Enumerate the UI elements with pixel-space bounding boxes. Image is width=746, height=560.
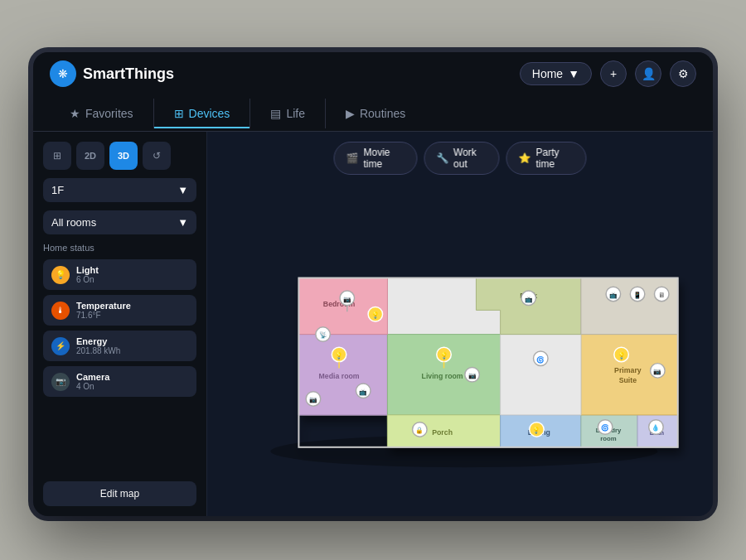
tv-frame: ❋ SmartThings Home ▼ + 👤 ⚙ ★ Favorites ⊞… <box>33 52 713 516</box>
3d-view-button[interactable]: 3D <box>109 142 138 170</box>
light-info: Light 6 On <box>76 265 188 284</box>
svg-marker-20 <box>501 335 581 415</box>
scene-workout-label: Work out <box>453 147 487 170</box>
tab-devices-label: Devices <box>189 107 230 120</box>
devices-icon: ⊞ <box>174 107 184 120</box>
svg-text:📷: 📷 <box>343 295 351 303</box>
svg-text:💡: 💡 <box>440 351 448 360</box>
scene-movie-label: Movie time <box>364 147 405 170</box>
2d-view-button[interactable]: 2D <box>76 142 104 170</box>
room-dropdown-icon: ▼ <box>177 216 188 229</box>
scenes-bar: 🎬 Movie time 🔧 Work out ⭐ Party time <box>334 142 587 175</box>
pin-bathroom-device[interactable]: 💧 <box>649 420 664 435</box>
scene-work-out[interactable]: 🔧 Work out <box>424 142 499 175</box>
pin-bedroom-sensor[interactable]: 📡 <box>316 327 331 342</box>
svg-text:🌀: 🌀 <box>536 355 545 364</box>
pin-suite-light[interactable]: 💡 <box>614 347 629 362</box>
energy-value: 201.88 kWh <box>76 346 188 355</box>
logo-icon: ❋ <box>50 60 76 87</box>
temp-icon: 🌡 <box>51 302 70 320</box>
pin-bedroom-light[interactable]: 💡 <box>368 307 383 322</box>
floor-selector[interactable]: 1F ▼ <box>43 178 196 202</box>
svg-text:Suite: Suite <box>619 376 637 384</box>
floor-plan-svg: Media room Living room Bedroom Porch <box>220 173 700 471</box>
tab-routines[interactable]: ▶ Routines <box>326 99 425 128</box>
pin-fan[interactable]: 🌀 <box>534 351 549 366</box>
svg-text:💡: 💡 <box>618 351 626 360</box>
svg-text:Porch: Porch <box>432 428 453 437</box>
sidebar: ⊞ 2D 3D ↺ 1F ▼ All rooms ▼ Hom <box>33 132 207 516</box>
pin-laundry-device[interactable]: 🌀 <box>598 420 613 435</box>
header-controls: Home ▼ + 👤 ⚙ <box>520 60 696 87</box>
light-name: Light <box>76 265 188 275</box>
tab-favorites[interactable]: ★ Favorites <box>50 99 154 128</box>
svg-text:💡: 💡 <box>335 351 343 360</box>
home-status: Home status 💡 Light 6 On 🌡 Temperature 7… <box>43 243 196 473</box>
main-content: ⊞ 2D 3D ↺ 1F ▼ All rooms ▼ Hom <box>33 132 713 516</box>
status-item-light[interactable]: 💡 Light 6 On <box>43 259 196 290</box>
camera-icon: 📷 <box>51 373 70 391</box>
svg-text:🌀: 🌀 <box>601 423 609 432</box>
energy-info: Energy 201.88 kWh <box>76 336 188 355</box>
workout-icon: 🔧 <box>436 152 448 164</box>
home-label: Home <box>532 67 563 80</box>
settings-button[interactable]: ⚙ <box>670 60 696 87</box>
pin-media-camera[interactable]: 📷 <box>306 392 321 407</box>
tab-routines-label: Routines <box>360 107 405 120</box>
floor-value: 1F <box>51 184 64 196</box>
tab-devices[interactable]: ⊞ Devices <box>154 99 251 128</box>
home-dropdown-icon: ▼ <box>568 67 579 80</box>
pin-dining-light[interactable]: 💡 <box>530 422 545 437</box>
svg-text:📱: 📱 <box>633 291 642 299</box>
temp-value: 71.6°F <box>76 311 188 320</box>
pin-suite-camera[interactable]: 📷 <box>651 364 666 379</box>
status-item-temperature[interactable]: 🌡 Temperature 71.6°F <box>43 295 196 326</box>
svg-text:📺: 📺 <box>359 388 367 396</box>
favorites-icon: ★ <box>70 107 80 120</box>
pin-living-camera[interactable]: 📷 <box>465 367 480 382</box>
2d-label: 2D <box>85 151 96 161</box>
scene-party-time[interactable]: ⭐ Party time <box>506 142 587 175</box>
history-button[interactable]: ↺ <box>143 142 171 170</box>
map-area: 🎬 Movie time 🔧 Work out ⭐ Party time <box>207 132 713 516</box>
svg-text:📺: 📺 <box>609 291 618 299</box>
svg-text:📡: 📡 <box>319 331 327 339</box>
svg-text:Media room: Media room <box>318 372 359 380</box>
pin-media-tv[interactable]: 📺 <box>356 384 371 398</box>
energy-name: Energy <box>76 336 188 346</box>
status-item-camera[interactable]: 📷 Camera 4 On <box>43 366 196 397</box>
logo-area: ❋ SmartThings <box>50 60 520 87</box>
edit-map-button[interactable]: Edit map <box>43 481 196 506</box>
svg-text:🔒: 🔒 <box>415 426 424 434</box>
grid-view-button[interactable]: ⊞ <box>43 142 71 170</box>
svg-text:Primary: Primary <box>614 366 642 374</box>
life-icon: ▤ <box>270 107 281 120</box>
tab-favorites-label: Favorites <box>85 107 133 120</box>
energy-icon: ⚡ <box>51 337 70 355</box>
temp-name: Temperature <box>76 301 188 311</box>
routines-icon: ▶ <box>346 107 355 120</box>
tab-life[interactable]: ▤ Life <box>250 99 326 128</box>
home-selector[interactable]: Home ▼ <box>520 62 592 85</box>
add-button[interactable]: + <box>600 60 627 87</box>
pin-upper-device2[interactable]: 📱 <box>630 287 645 302</box>
movie-icon: 🎬 <box>346 152 359 164</box>
svg-text:💡: 💡 <box>532 426 540 434</box>
home-status-title: Home status <box>43 243 196 253</box>
scene-movie-time[interactable]: 🎬 Movie time <box>334 142 418 175</box>
party-icon: ⭐ <box>519 152 531 164</box>
room-selector[interactable]: All rooms ▼ <box>43 210 196 234</box>
pin-deck-device[interactable]: 📺 <box>521 291 536 306</box>
pin-upper-device3[interactable]: 🖥 <box>654 287 669 302</box>
status-item-energy[interactable]: ⚡ Energy 201.88 kWh <box>43 331 196 361</box>
tab-life-label: Life <box>286 107 305 120</box>
temp-info: Temperature 71.6°F <box>76 301 188 320</box>
pin-upper-device1[interactable]: 📺 <box>606 287 621 302</box>
svg-text:📷: 📷 <box>653 367 661 375</box>
svg-text:room: room <box>600 435 617 442</box>
tabs-bar: ★ Favorites ⊞ Devices ▤ Life ▶ Routines <box>33 95 713 132</box>
svg-text:📺: 📺 <box>525 295 533 303</box>
svg-text:💧: 💧 <box>652 423 660 432</box>
profile-button[interactable]: 👤 <box>635 60 661 87</box>
pin-porch-device[interactable]: 🔒 <box>413 422 428 437</box>
